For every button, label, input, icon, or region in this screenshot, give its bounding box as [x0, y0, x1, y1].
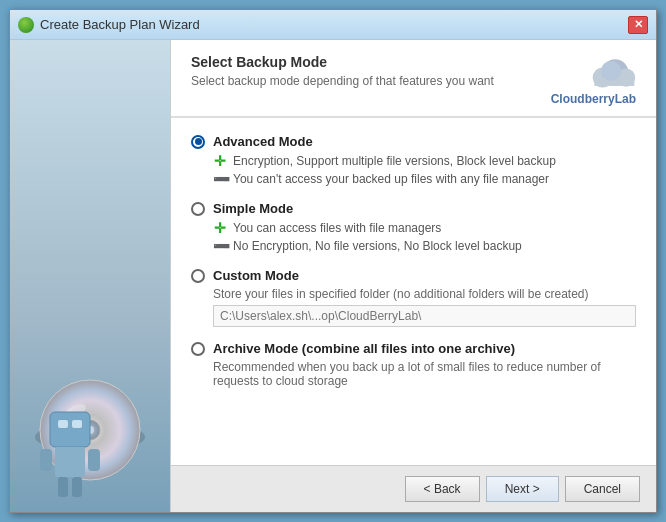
content-area: Select Backup Mode Select backup mode de… [10, 40, 656, 512]
main-window: Create Backup Plan Wizard ✕ [9, 9, 657, 513]
simple-feature-text-1: You can access files with file managers [233, 221, 441, 235]
svg-rect-6 [58, 420, 68, 428]
advanced-mode-label[interactable]: Advanced Mode [191, 134, 636, 149]
option-group-custom: Custom Mode Store your files in specifie… [191, 268, 636, 327]
plus-icon-2: ✛ [213, 220, 227, 236]
cancel-button[interactable]: Cancel [565, 476, 640, 502]
cloudberry-logo: CloudberryLab [551, 54, 636, 106]
custom-mode-label[interactable]: Custom Mode [191, 268, 636, 283]
archive-mode-label[interactable]: Archive Mode (combine all files into one… [191, 341, 636, 356]
advanced-mode-radio[interactable] [191, 135, 205, 149]
advanced-feature-minus-1: ➖ You can't access your backed up files … [213, 171, 636, 187]
svg-rect-5 [50, 412, 90, 447]
minus-icon-1: ➖ [213, 171, 227, 187]
advanced-feature-text-1: Encryption, Support multiple file versio… [233, 154, 556, 168]
simple-feature-minus-1: ➖ No Encryption, No file versions, No Bl… [213, 238, 636, 254]
back-button[interactable]: < Back [405, 476, 480, 502]
svg-rect-11 [58, 477, 68, 497]
svg-point-17 [601, 61, 621, 81]
custom-mode-radio[interactable] [191, 269, 205, 283]
option-group-archive: Archive Mode (combine all files into one… [191, 341, 636, 388]
window-title: Create Backup Plan Wizard [40, 17, 200, 32]
titlebar: Create Backup Plan Wizard ✕ [10, 10, 656, 40]
archive-mode-title: Archive Mode (combine all files into one… [213, 341, 515, 356]
custom-path-input[interactable] [213, 305, 636, 327]
advanced-mode-features: ✛ Encryption, Support multiple file vers… [213, 153, 636, 187]
simple-mode-features: ✛ You can access files with file manager… [213, 220, 636, 254]
archive-mode-radio[interactable] [191, 342, 205, 356]
custom-mode-desc: Store your files in specified folder (no… [213, 287, 636, 301]
advanced-feature-plus-1: ✛ Encryption, Support multiple file vers… [213, 153, 636, 169]
simple-mode-radio[interactable] [191, 202, 205, 216]
svg-rect-12 [72, 477, 82, 497]
left-sidebar [10, 40, 170, 512]
header-title: Select Backup Mode [191, 54, 494, 70]
close-button[interactable]: ✕ [628, 16, 648, 34]
app-icon [18, 17, 34, 33]
svg-rect-10 [88, 449, 100, 471]
header-text: Select Backup Mode Select backup mode de… [191, 54, 494, 88]
svg-rect-8 [55, 447, 85, 477]
options-section: Advanced Mode ✛ Encryption, Support mult… [171, 118, 656, 465]
option-group-simple: Simple Mode ✛ You can access files with … [191, 201, 636, 254]
option-group-advanced: Advanced Mode ✛ Encryption, Support mult… [191, 134, 636, 187]
simple-feature-plus-1: ✛ You can access files with file manager… [213, 220, 636, 236]
titlebar-left: Create Backup Plan Wizard [18, 17, 200, 33]
minus-icon-2: ➖ [213, 238, 227, 254]
main-panel: Select Backup Mode Select backup mode de… [170, 40, 656, 512]
advanced-mode-title: Advanced Mode [213, 134, 313, 149]
svg-rect-7 [72, 420, 82, 428]
plus-icon-1: ✛ [213, 153, 227, 169]
next-button[interactable]: Next > [486, 476, 559, 502]
logo-cloud-icon [586, 54, 636, 92]
header-section: Select Backup Mode Select backup mode de… [171, 40, 656, 117]
simple-mode-title: Simple Mode [213, 201, 293, 216]
header-subtitle: Select backup mode depending of that fea… [191, 74, 494, 88]
svg-rect-9 [40, 449, 52, 471]
simple-mode-label[interactable]: Simple Mode [191, 201, 636, 216]
advanced-feature-minus-text-1: You can't access your backed up files wi… [233, 172, 549, 186]
robot-decoration [20, 392, 120, 512]
archive-mode-desc: Recommended when you back up a lot of sm… [213, 360, 636, 388]
footer-section: < Back Next > Cancel [171, 465, 656, 512]
simple-feature-minus-text-1: No Encryption, No file versions, No Bloc… [233, 239, 522, 253]
logo-text: CloudberryLab [551, 92, 636, 106]
custom-mode-title: Custom Mode [213, 268, 299, 283]
